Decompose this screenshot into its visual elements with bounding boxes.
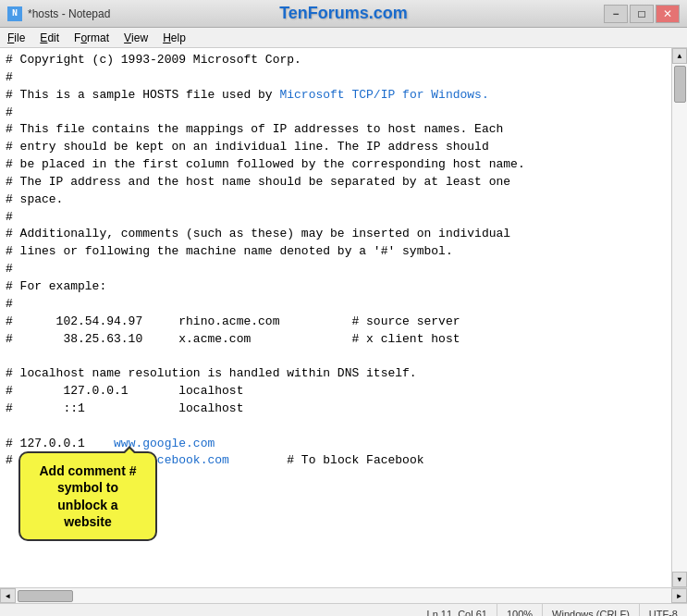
status-position: Ln 11, Col 61 [418, 604, 497, 616]
line-17: # 38.25.63.10 x.acme.com # x client host [6, 331, 666, 349]
line-1: # Copyright (c) 1993-2009 Microsoft Corp… [6, 52, 666, 69]
maximize-button[interactable]: □ [630, 5, 654, 23]
editor-container: # Copyright (c) 1993-2009 Microsoft Corp… [0, 48, 687, 587]
line-22 [6, 418, 666, 436]
line-7: # be placed in the first column followed… [6, 156, 666, 174]
scroll-h-track[interactable] [16, 588, 671, 603]
status-encoding: UTF-8 [640, 604, 687, 616]
vertical-scrollbar[interactable]: ▲ ▼ [671, 48, 687, 587]
line-16: # 102.54.94.97 rhino.acme.com # source s… [6, 314, 666, 331]
line-12: # lines or following the machine name de… [6, 243, 666, 261]
menu-format[interactable]: Format [67, 28, 117, 47]
editor-content[interactable]: # Copyright (c) 1993-2009 Microsoft Corp… [0, 48, 671, 587]
statusbar: Ln 11, Col 61 100% Windows (CRLF) UTF-8 [0, 603, 687, 616]
scroll-right-button[interactable]: ► [671, 588, 687, 603]
window-title: *hosts - Notepad [28, 7, 110, 20]
line-18 [6, 348, 666, 365]
menubar: File Edit Format View Help [0, 28, 687, 48]
menu-edit[interactable]: Edit [32, 28, 67, 47]
callout-bubble: Add comment # symbol to unblock a websit… [18, 451, 157, 541]
line-3: # This is a sample HOSTS file used by Mi… [6, 87, 666, 105]
line-5: # This file contains the mappings of IP … [6, 121, 666, 139]
line-21: # ::1 localhost [6, 400, 666, 418]
line-10: # [6, 209, 666, 227]
menu-file[interactable]: File [0, 28, 32, 47]
minimize-button[interactable]: − [604, 5, 628, 23]
menu-view[interactable]: View [117, 28, 155, 47]
titlebar-left: N *hosts - Notepad [7, 6, 110, 21]
callout-text: Add comment # symbol to unblock a websit… [39, 463, 136, 529]
line-19: # localhost name resolution is handled w… [6, 365, 666, 383]
status-zoom: 100% [497, 604, 543, 616]
window-controls: − □ ✕ [604, 5, 680, 23]
line-2: # [6, 69, 666, 87]
scroll-track[interactable] [672, 64, 687, 572]
scroll-up-button[interactable]: ▲ [672, 48, 687, 64]
horizontal-scrollbar[interactable]: ◄ ► [0, 587, 687, 603]
line-23: # 127.0.0.1 www.google.com [6, 436, 666, 453]
menu-help[interactable]: Help [155, 28, 193, 47]
line-14: # For example: [6, 278, 666, 296]
line-8: # The IP address and the host name shoul… [6, 174, 666, 191]
line-13: # [6, 261, 666, 278]
scroll-left-button[interactable]: ◄ [0, 588, 16, 603]
line-9: # space. [6, 191, 666, 209]
scroll-down-button[interactable]: ▼ [672, 572, 687, 587]
watermark: TenForums.com [279, 4, 408, 23]
close-button[interactable]: ✕ [656, 5, 680, 23]
scroll-h-thumb[interactable] [18, 590, 73, 602]
line-20: # 127.0.0.1 localhost [6, 383, 666, 400]
line-4: # [6, 105, 666, 122]
titlebar: N *hosts - Notepad TenForums.com − □ ✕ [0, 0, 687, 28]
line-11: # Additionally, comments (such as these)… [6, 226, 666, 243]
scroll-thumb[interactable] [674, 66, 686, 103]
line-15: # [6, 296, 666, 314]
line-6: # entry should be kept on an individual … [6, 139, 666, 156]
app-icon: N [7, 6, 22, 21]
status-line-ending: Windows (CRLF) [543, 604, 640, 616]
